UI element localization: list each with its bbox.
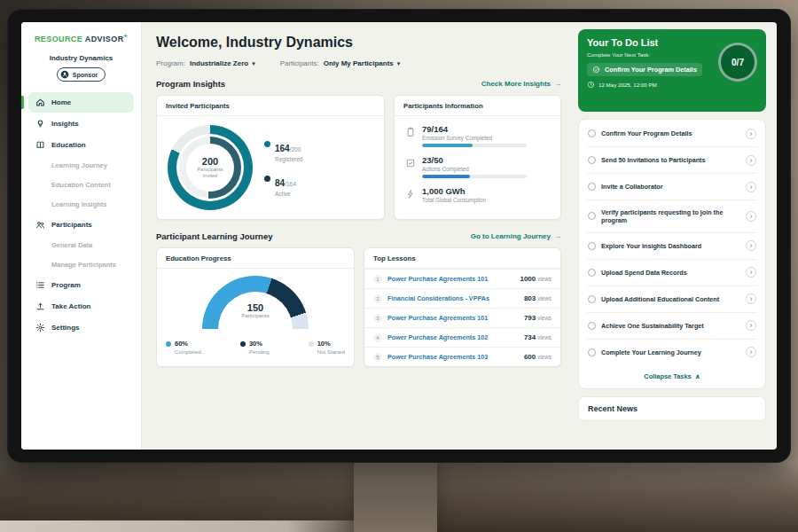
sidebar-item-home[interactable]: Home	[28, 92, 134, 113]
dashboard-screen: RESOURCE ADVISOR+ Industry Dynamics Spon…	[21, 22, 777, 450]
go-to-learning-journey-link[interactable]: Go to Learning Journey →	[471, 232, 561, 240]
chevron-right-icon[interactable]: ›	[746, 267, 756, 278]
sidebar-item-education-content[interactable]: Education Content	[28, 176, 134, 194]
top-lessons-card: Top Lessons 1 Power Purchase Agreements …	[364, 247, 561, 367]
lesson-row[interactable]: 4 Power Purchase Agreements 102 734views	[364, 327, 560, 347]
sidebar-item-take-action[interactable]: Take Action	[28, 296, 134, 317]
lesson-link[interactable]: Power Purchase Agreements 101	[387, 314, 519, 322]
lesson-views: 1000	[520, 275, 536, 283]
task-row-complete-learning-journey[interactable]: Complete Your Learning Journey ›	[587, 340, 757, 365]
legend-dot	[264, 176, 270, 182]
donut-center-label: Participants Invited	[193, 167, 227, 178]
invited-donut-chart: 200 Participants Invited	[168, 125, 253, 210]
chevron-right-icon[interactable]: ›	[746, 182, 756, 192]
sidebar-item-learning-journey[interactable]: Learning Journey	[28, 156, 134, 175]
lesson-row[interactable]: 2 Financial Considerations - VPPAs 803vi…	[364, 288, 560, 308]
task-checkbox[interactable]	[588, 129, 596, 137]
link-label: Go to Learning Journey	[471, 232, 551, 240]
task-row-explore-insights[interactable]: Explore Your Insights Dashboard ›	[587, 233, 757, 260]
task-row-invite-collaborator[interactable]: Invite a Collaborator ›	[587, 174, 757, 200]
lesson-link[interactable]: Power Purchase Agreements 102	[387, 333, 519, 341]
legend-value: 164	[275, 144, 290, 153]
clock-icon	[587, 81, 595, 89]
task-row-confirm-program[interactable]: Confirm Your Program Details ›	[587, 121, 757, 147]
sidebar-item-insights[interactable]: Insights	[28, 113, 134, 134]
lesson-link[interactable]: Financial Considerations - VPPAs	[387, 294, 519, 302]
task-checkbox[interactable]	[588, 183, 596, 191]
stat-global-consumption: 1,000 GWh Total Global Consumption	[405, 186, 550, 206]
chevron-right-icon[interactable]: ›	[746, 155, 756, 166]
progress-bar-fill	[422, 144, 473, 147]
lesson-rank: 1	[373, 275, 382, 284]
sidebar-item-participants[interactable]: Participants	[28, 215, 134, 235]
lesson-views: 600	[524, 353, 536, 361]
task-checkbox[interactable]	[588, 212, 596, 220]
sidebar-item-program[interactable]: Program	[28, 275, 134, 295]
legend-item-registered: 164/200 Registered	[264, 139, 302, 162]
task-row-send-invitations[interactable]: Send 50 Invitations to Participants ›	[587, 147, 757, 174]
lesson-rank: 4	[373, 333, 382, 342]
chevron-right-icon[interactable]: ›	[746, 293, 756, 304]
recent-news-header[interactable]: Recent News	[578, 396, 766, 421]
legend-percent: 10%	[317, 340, 331, 348]
sidebar-item-general-data[interactable]: General Data	[28, 236, 134, 254]
chevron-right-icon[interactable]: ›	[746, 129, 756, 139]
lesson-row[interactable]: 5 Power Purchase Agreements 103 600views	[364, 347, 560, 366]
task-label: Invite a Collaborator	[601, 183, 740, 191]
chevron-right-icon[interactable]: ›	[746, 347, 756, 357]
lesson-link[interactable]: Power Purchase Agreements 101	[387, 275, 514, 283]
program-filter[interactable]: Program: Industrialize Zero ▾	[156, 59, 255, 67]
participants-filter[interactable]: Participants: Only My Participants ▾	[280, 59, 401, 67]
task-checkbox[interactable]	[588, 348, 596, 356]
sidebar-item-manage-participants[interactable]: Manage Participants	[28, 255, 134, 274]
logo-word-resource: RESOURCE	[35, 35, 82, 43]
people-icon	[35, 220, 45, 230]
lesson-row[interactable]: 3 Power Purchase Agreements 101 793views	[364, 308, 560, 327]
lesson-row[interactable]: 1 Power Purchase Agreements 101 1000view…	[364, 269, 560, 288]
todo-next-task[interactable]: Confirm Your Program Details	[587, 63, 702, 76]
card-title: Invited Participants	[157, 96, 384, 116]
legend-label: Pending	[240, 348, 270, 355]
task-checkbox[interactable]	[588, 242, 596, 250]
participants-information-card: Participants Information 79/164 Emission…	[394, 95, 561, 220]
todo-next-task-label: Confirm Your Program Details	[605, 66, 697, 74]
card-title: Education Progress	[157, 248, 354, 269]
lesson-rank: 2	[373, 294, 382, 303]
task-checkbox[interactable]	[588, 322, 596, 330]
recent-news-title: Recent News	[588, 404, 638, 413]
legend-percent: 60%	[175, 340, 188, 348]
collapse-tasks-link[interactable]: Collapse Tasks ∧	[587, 365, 757, 387]
stat-label: Total Global Consumption	[422, 197, 486, 203]
legend-total: /164	[285, 181, 296, 187]
sidebar-item-education[interactable]: Education	[28, 135, 134, 155]
check-more-insights-link[interactable]: Check More Insights →	[481, 80, 561, 88]
legend-item-pending: 30% Pending	[240, 340, 270, 355]
arrow-right-icon: →	[554, 80, 561, 88]
main-content: Welcome, Industry Dynamics Program: Indu…	[142, 22, 575, 450]
legend-item-active: 84/164 Active	[264, 174, 302, 197]
legend-label: Completed	[166, 348, 201, 355]
program-filter-label: Program:	[156, 59, 185, 67]
task-checkbox[interactable]	[588, 295, 596, 303]
sidebar-item-label: Insights	[51, 120, 79, 128]
task-row-achieve-sustainability-target[interactable]: Achieve One Sustainability Target ›	[587, 313, 757, 340]
task-checkbox[interactable]	[588, 156, 596, 164]
task-checkbox[interactable]	[588, 269, 596, 277]
sidebar-item-learning-insights[interactable]: Learning Insights	[28, 195, 134, 214]
sidebar-item-settings[interactable]: Settings	[28, 317, 134, 338]
lesson-views: 803	[524, 294, 536, 302]
stat-label: Actions Completed	[422, 166, 527, 172]
task-row-verify-participants[interactable]: Verify participants requesting to join t…	[587, 200, 757, 233]
task-row-upload-educational-content[interactable]: Upload Additional Educational Content ›	[587, 286, 757, 313]
chevron-right-icon[interactable]: ›	[746, 320, 756, 331]
sponsor-badge[interactable]: Sponsor	[57, 67, 106, 82]
sidebar-item-label: Settings	[51, 324, 80, 332]
filters-bar: Program: Industrialize Zero ▾ Participan…	[156, 59, 561, 67]
chevron-right-icon[interactable]: ›	[746, 240, 756, 251]
lesson-link[interactable]: Power Purchase Agreements 103	[387, 353, 519, 361]
progress-bar-track	[422, 175, 527, 178]
task-label: Complete Your Learning Journey	[601, 348, 740, 356]
legend-percent: 30%	[249, 340, 262, 348]
chevron-right-icon[interactable]: ›	[746, 211, 756, 222]
task-row-upload-spend-data[interactable]: Upload Spend Data Records ›	[587, 260, 757, 286]
